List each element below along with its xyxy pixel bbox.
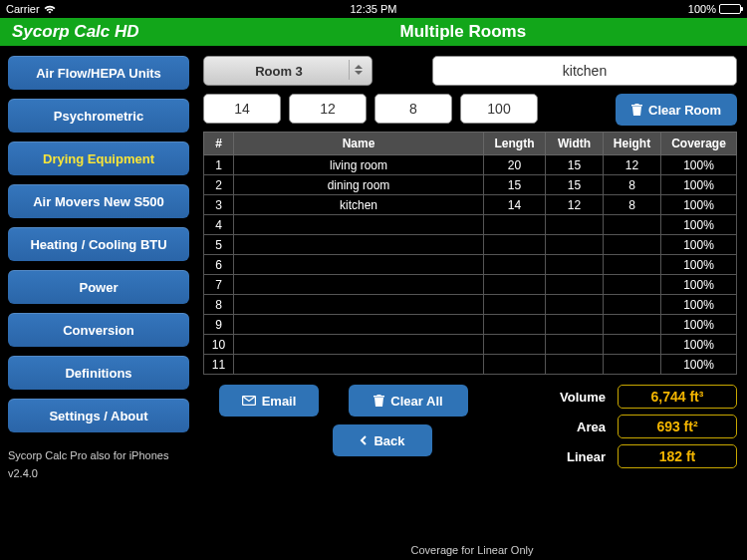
table-row[interactable]: 1living room201512100% xyxy=(204,155,737,175)
cell-width xyxy=(546,355,604,375)
table-row[interactable]: 3kitchen14128100% xyxy=(204,195,737,215)
chevron-left-icon xyxy=(360,435,368,445)
cell-width xyxy=(546,295,604,315)
carrier-label: Carrier xyxy=(6,3,40,15)
cell-name xyxy=(234,295,484,315)
sidebar-item-btu[interactable]: Heating / Cooling BTU xyxy=(8,227,189,261)
sidebar-item-settings[interactable]: Settings / About xyxy=(8,399,189,432)
linear-label: Linear xyxy=(492,449,610,464)
th-height: Height xyxy=(604,133,661,155)
coverage-note: Coverage for Linear Only xyxy=(197,544,747,556)
th-num: # xyxy=(204,133,234,155)
email-button[interactable]: Email xyxy=(219,385,319,417)
clear-all-button[interactable]: Clear All xyxy=(349,385,468,417)
cell-width xyxy=(546,235,604,255)
cell-num: 6 xyxy=(204,255,234,275)
cell-length xyxy=(484,335,546,355)
length-input[interactable] xyxy=(203,94,281,124)
area-label: Area xyxy=(492,420,610,434)
th-width: Width xyxy=(546,133,604,155)
sidebar-footer-2: v2.4.0 xyxy=(8,465,189,483)
cell-name xyxy=(234,335,484,355)
table-row[interactable]: 8100% xyxy=(204,295,737,315)
results-panel: Volume 6,744 ft³ Area 693 ft² Linear 182… xyxy=(492,385,737,468)
clear-room-button[interactable]: Clear Room xyxy=(616,94,737,126)
app-title: Sycorp Calc HD xyxy=(12,22,139,42)
cell-coverage: 100% xyxy=(661,175,737,195)
cell-height xyxy=(604,355,661,375)
table-row[interactable]: 2dining room15158100% xyxy=(204,175,737,195)
table-row[interactable]: 7100% xyxy=(204,275,737,295)
cell-num: 3 xyxy=(204,195,234,215)
cell-width xyxy=(546,275,604,295)
sidebar-item-psychrometric[interactable]: Psychrometric xyxy=(8,99,189,133)
email-label: Email xyxy=(262,394,297,409)
table-row[interactable]: 10100% xyxy=(204,335,737,355)
cell-name: dining room xyxy=(234,175,484,195)
table-row[interactable]: 6100% xyxy=(204,255,737,275)
cell-num: 9 xyxy=(204,315,234,335)
sidebar: Air Flow/HEPA Units Psychrometric Drying… xyxy=(0,46,197,560)
trash-icon xyxy=(631,104,642,116)
cell-name xyxy=(234,355,484,375)
width-input[interactable] xyxy=(289,94,367,124)
volume-label: Volume xyxy=(492,390,610,405)
sidebar-item-airmovers[interactable]: Air Movers New S500 xyxy=(8,184,189,218)
cell-num: 7 xyxy=(204,275,234,295)
th-coverage: Coverage xyxy=(661,133,737,155)
cell-width: 15 xyxy=(546,175,604,195)
cell-num: 11 xyxy=(204,355,234,375)
coverage-input[interactable] xyxy=(460,94,538,124)
table-row[interactable]: 5100% xyxy=(204,235,737,255)
cell-coverage: 100% xyxy=(661,255,737,275)
cell-height xyxy=(604,295,661,315)
page-title: Multiple Rooms xyxy=(400,22,527,42)
volume-value: 6,744 ft³ xyxy=(618,385,737,409)
cell-length xyxy=(484,215,546,235)
cell-coverage: 100% xyxy=(661,355,737,375)
mail-icon xyxy=(242,396,256,406)
cell-name xyxy=(234,215,484,235)
wifi-icon xyxy=(44,5,56,14)
sidebar-footer-1: Sycorp Calc Pro also for iPhones xyxy=(8,447,189,465)
back-button[interactable]: Back xyxy=(333,424,432,456)
cell-coverage: 100% xyxy=(661,335,737,355)
cell-width xyxy=(546,335,604,355)
title-bar: Sycorp Calc HD Multiple Rooms xyxy=(0,18,747,46)
room-select[interactable]: Room 3 xyxy=(203,56,373,86)
table-row[interactable]: 11100% xyxy=(204,355,737,375)
room-name-input[interactable] xyxy=(432,56,737,86)
cell-coverage: 100% xyxy=(661,235,737,255)
linear-value: 182 ft xyxy=(618,444,737,468)
cell-height xyxy=(604,235,661,255)
sidebar-item-conversion[interactable]: Conversion xyxy=(8,313,189,347)
cell-width xyxy=(546,315,604,335)
clear-room-label: Clear Room xyxy=(648,103,721,118)
sidebar-item-power[interactable]: Power xyxy=(8,270,189,304)
cell-height xyxy=(604,215,661,235)
cell-length xyxy=(484,295,546,315)
cell-coverage: 100% xyxy=(661,275,737,295)
cell-name: living room xyxy=(234,155,484,175)
cell-height: 8 xyxy=(604,175,661,195)
cell-coverage: 100% xyxy=(661,155,737,175)
table-row[interactable]: 9100% xyxy=(204,315,737,335)
height-input[interactable] xyxy=(374,94,452,124)
status-time: 12:35 PM xyxy=(350,3,396,15)
th-length: Length xyxy=(484,133,546,155)
status-bar: Carrier 12:35 PM 100% xyxy=(0,0,747,18)
table-row[interactable]: 4100% xyxy=(204,215,737,235)
cell-name xyxy=(234,315,484,335)
cell-name: kitchen xyxy=(234,195,484,215)
cell-height xyxy=(604,335,661,355)
rooms-table: # Name Length Width Height Coverage 1liv… xyxy=(203,132,737,375)
battery-icon xyxy=(719,4,741,14)
cell-coverage: 100% xyxy=(661,195,737,215)
cell-length xyxy=(484,235,546,255)
sidebar-item-airflow[interactable]: Air Flow/HEPA Units xyxy=(8,56,189,90)
sidebar-item-definitions[interactable]: Definitions xyxy=(8,356,189,390)
cell-height xyxy=(604,255,661,275)
sidebar-item-drying[interactable]: Drying Equipment xyxy=(8,141,189,175)
battery-percent: 100% xyxy=(688,3,716,15)
cell-height xyxy=(604,275,661,295)
